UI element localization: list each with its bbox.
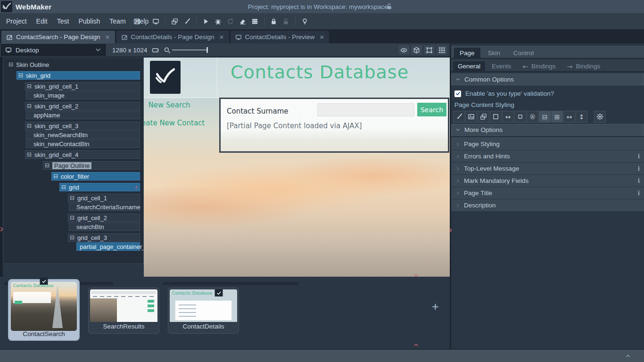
collapse-icon[interactable]: ⊟ (27, 152, 32, 157)
close-icon[interactable]: × (104, 34, 110, 40)
panel-tab[interactable]: Skin (482, 48, 506, 58)
menu-item[interactable]: Project (1, 17, 32, 25)
unlock-icon[interactable] (386, 3, 393, 10)
collapse-icon[interactable]: ⊟ (8, 62, 13, 67)
options-row[interactable]: Description (451, 199, 644, 212)
collapse-icon[interactable]: ⊟ (53, 173, 58, 179)
tree-node[interactable]: skin_newContactBtn (26, 140, 140, 148)
nav-link[interactable]: New Search (144, 101, 219, 109)
pages-icon[interactable] (478, 111, 489, 123)
hspace-icon[interactable]: ↔ (502, 111, 514, 123)
select-frame-icon[interactable] (423, 45, 435, 55)
collapse-icon[interactable]: ⊟ (27, 103, 32, 109)
tree-node[interactable]: SearchCriteriaSurname (69, 203, 140, 211)
refresh-icon[interactable] (227, 18, 234, 25)
vspace-icon[interactable]: ↕ (576, 111, 587, 123)
device-selector[interactable]: Desktop (1, 44, 106, 56)
panel-subtab[interactable]: ← Bindings (518, 61, 561, 71)
menu-item[interactable]: Test (52, 17, 74, 25)
rotate-device-icon[interactable] (152, 47, 159, 54)
tree-node[interactable]: ⊟ grid_cell_3 (68, 233, 140, 242)
border-icon[interactable] (490, 111, 502, 123)
collapse-icon[interactable]: ⊟ (27, 123, 32, 129)
info-icon[interactable]: i (638, 190, 640, 197)
lock-icon[interactable] (270, 18, 277, 25)
info-icon[interactable]: i (638, 178, 640, 184)
tree-node[interactable]: ⊟ color_filter (51, 172, 140, 181)
collapse-icon[interactable]: ⊟ (70, 235, 74, 240)
image-icon[interactable] (465, 111, 477, 123)
tree-node[interactable]: ⊟ skin_grid (17, 71, 140, 80)
close-icon[interactable]: × (318, 34, 324, 40)
collapse-icon[interactable]: ⊟ (70, 215, 74, 221)
tree-node[interactable]: ⊟ grid (59, 183, 140, 191)
menu-item[interactable]: Edit (32, 17, 52, 25)
tree-node[interactable]: ⊟ skin_grid_cell_1 (25, 82, 140, 90)
nav-link[interactable]: Create New Contact (144, 119, 219, 127)
tree-node[interactable]: skin_newSearchBtn (26, 131, 140, 139)
collapse-icon[interactable]: ⊟ (61, 184, 66, 190)
page-thumb[interactable]: Contacts Database ContactSearch (8, 279, 80, 341)
tree-node[interactable]: searchBtn (69, 222, 140, 231)
info-icon[interactable]: i (638, 165, 640, 172)
panel-tab[interactable]: Control (508, 48, 540, 58)
tree-node[interactable]: skin_image (26, 91, 140, 99)
collapse-icon[interactable]: ⊟ (27, 83, 32, 89)
expand-box-icon[interactable]: ⊞ (551, 111, 563, 123)
options-row[interactable]: Errors and Hints i (451, 150, 644, 163)
scroll-down-icon[interactable] (413, 273, 419, 278)
eraser-icon[interactable] (239, 18, 246, 25)
radius-icon[interactable]: ® (527, 111, 538, 123)
panel-subtab[interactable]: Events (487, 61, 516, 71)
brush-icon[interactable] (453, 111, 465, 123)
tree-node[interactable]: ⊟ skin_grid_cell_4 (25, 150, 140, 159)
unlock-icon[interactable] (282, 18, 289, 25)
collapse-box-icon[interactable]: ⊟ (539, 111, 551, 123)
zoom-slider[interactable] (172, 47, 208, 53)
play-icon[interactable] (202, 18, 209, 25)
tree-node[interactable]: ⊟ Page Outline (43, 161, 140, 170)
add-page-button[interactable]: + (431, 302, 439, 311)
panel-divider[interactable] (450, 43, 451, 349)
document-tab[interactable]: ContactSearch - Page Design × (1, 31, 115, 43)
tree-node[interactable]: ⊟ skin_grid_cell_2 (25, 102, 140, 110)
server-icon[interactable] (251, 18, 258, 25)
page-thumb[interactable]: Contacts Database ContactDetails (168, 288, 239, 334)
page-thumb[interactable]: SearchResults (88, 288, 159, 334)
chevron-right-icon[interactable] (448, 227, 453, 233)
scroll-up-icon[interactable] (413, 342, 419, 347)
panel-subtab[interactable]: → Bindings (562, 61, 605, 71)
document-tab[interactable]: ContactDetails - Preview × (231, 31, 330, 43)
tree-node[interactable]: ⊟ grid_cell_1 (68, 194, 140, 202)
save-icon[interactable] (133, 18, 140, 25)
bug-icon[interactable] (215, 18, 222, 25)
tree-node[interactable]: appName (26, 111, 140, 119)
collapse-icon[interactable]: ⊟ (18, 73, 23, 78)
bulb-icon[interactable] (301, 18, 308, 25)
search-button[interactable]: Search (417, 103, 446, 116)
brush-icon[interactable] (183, 18, 190, 25)
tree-node[interactable]: ⊟ skin_grid_cell_3 (25, 122, 140, 130)
eye-icon[interactable] (398, 45, 410, 55)
validation-checkbox[interactable] (454, 90, 461, 97)
options-row[interactable]: Mark Mandatory Fields i (451, 175, 644, 187)
zoom-slider-handle[interactable] (206, 47, 208, 53)
more-options-header[interactable]: More Options (451, 124, 644, 136)
expand-panel-icon[interactable] (625, 353, 631, 359)
hspace-icon[interactable]: ↔ (563, 111, 575, 123)
menu-item[interactable]: Team (105, 17, 130, 25)
panel-tab[interactable]: Page (454, 48, 480, 58)
monitor-icon[interactable] (152, 18, 159, 25)
common-options-header[interactable]: Common Options (451, 74, 644, 85)
options-row[interactable]: Top-Level Message i (451, 163, 644, 175)
collapse-icon[interactable]: ⊟ (70, 195, 74, 201)
info-icon[interactable]: i (638, 153, 640, 160)
gear-icon[interactable] (594, 111, 606, 123)
chevron-left-icon[interactable] (134, 185, 139, 190)
box-icon[interactable] (514, 111, 526, 123)
options-row[interactable]: Page Title i (451, 187, 644, 199)
panel-subtab[interactable]: General (453, 61, 485, 71)
collapse-icon[interactable]: ⊟ (45, 163, 50, 168)
close-icon[interactable]: × (218, 34, 224, 40)
tree-node[interactable]: partial_page_container_ (76, 242, 140, 251)
